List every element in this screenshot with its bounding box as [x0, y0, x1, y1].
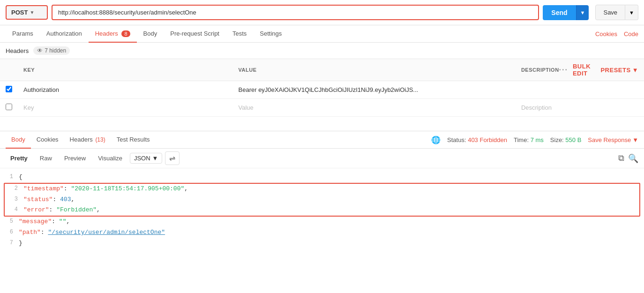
tab-body[interactable]: Body — [137, 25, 164, 43]
wrap-button[interactable]: ⇌ — [165, 151, 180, 165]
request-tabs: Params Authorization Headers 8 Body Pre-… — [0, 25, 644, 43]
json-format-select[interactable]: JSON ▼ — [130, 153, 163, 164]
th-checkbox — [0, 59, 18, 81]
code-line-1: 1 { — [0, 172, 644, 183]
send-button[interactable]: Send — [543, 5, 576, 20]
tab-tests[interactable]: Tests — [226, 25, 253, 43]
eye-icon: 👁 — [37, 47, 43, 54]
headers-section-header: Headers 👁 7 hidden — [0, 43, 644, 59]
highlighted-block: 2 "timestamp": "2020-11-18T15:54:17.905+… — [4, 183, 640, 217]
row-checkbox[interactable] — [6, 86, 12, 92]
format-bar: Pretty Raw Preview Visualize JSON ▼ ⇌ ⧉ … — [0, 149, 644, 168]
tab-prerequest[interactable]: Pre-request Script — [164, 25, 226, 43]
resp-tab-headers[interactable]: Headers (13) — [64, 131, 111, 149]
bulk-edit-button[interactable]: Bulk Edit — [573, 63, 596, 77]
cookies-link[interactable]: Cookies — [595, 30, 617, 38]
pretty-button[interactable]: Pretty — [6, 153, 32, 164]
resp-tab-test-results[interactable]: Test Results — [111, 131, 156, 149]
preview-button[interactable]: Preview — [60, 153, 90, 164]
method-select[interactable]: POST ▼ — [6, 5, 48, 20]
code-area: 1 { 2 "timestamp": "2020-11-18T15:54:17.… — [0, 168, 644, 253]
status-label: Status: 403 Forbidden — [447, 136, 507, 143]
save-dropdown-button[interactable]: ▼ — [625, 5, 638, 20]
more-options-icon[interactable]: ··· — [559, 66, 568, 74]
size-label: Size: 550 B — [550, 136, 582, 143]
tab-settings[interactable]: Settings — [253, 25, 288, 43]
method-chevron: ▼ — [30, 10, 34, 15]
tab-authorization[interactable]: Authorization — [40, 25, 89, 43]
row-checkbox-cell — [0, 81, 18, 99]
headers-badge: 8 — [121, 30, 130, 37]
row-value-cell: Bearer eyJ0eXAiOiJKV1QiLCJhbGciOiJIUzI1N… — [233, 81, 516, 99]
resp-tab-body[interactable]: Body — [6, 131, 31, 149]
visualize-button[interactable]: Visualize — [93, 153, 127, 164]
headers-section-title: Headers — [6, 47, 29, 54]
resp-headers-badge: (13) — [95, 136, 105, 143]
table-row: Authorization Bearer eyJ0eXAiOiJKV1QiLCJ… — [0, 81, 644, 99]
time-label: Time: 7 ms — [514, 136, 544, 143]
save-button[interactable]: Save — [595, 5, 625, 20]
code-line-5: 5 "message": "", — [0, 217, 644, 227]
tab-headers[interactable]: Headers 8 — [89, 25, 137, 43]
code-line-3: 3 "status": 403, — [5, 195, 639, 205]
raw-button[interactable]: Raw — [35, 153, 57, 164]
code-line-4: 4 "error": "Forbidden", — [5, 205, 639, 216]
th-value: VALUE — [233, 59, 516, 81]
th-key: KEY — [18, 59, 233, 81]
hidden-headers-badge[interactable]: 👁 7 hidden — [33, 46, 70, 55]
row-key-placeholder[interactable]: Key — [18, 99, 233, 117]
hidden-count: 7 hidden — [45, 47, 66, 54]
search-icon[interactable]: 🔍 — [628, 153, 638, 164]
presets-button[interactable]: Presets ▼ — [600, 67, 638, 74]
row-placeholder-checkbox-cell — [0, 99, 18, 117]
code-link[interactable]: Code — [624, 30, 638, 38]
time-value: 7 ms — [531, 136, 544, 143]
row-placeholder-checkbox[interactable] — [6, 104, 12, 110]
code-line-2: 2 "timestamp": "2020-11-18T15:54:17.905+… — [5, 184, 639, 195]
table-row-placeholder: Key Value Description — [0, 99, 644, 117]
row-key-cell: Authorization — [18, 81, 233, 99]
th-description: DESCRIPTION ··· Bulk Edit Presets ▼ — [516, 59, 644, 81]
url-value: http://localhost:8888/security/user/admi… — [58, 9, 196, 16]
row-value-placeholder[interactable]: Value — [233, 99, 516, 117]
resp-tab-cookies[interactable]: Cookies — [31, 131, 64, 149]
send-dropdown-button[interactable]: ▼ — [576, 5, 589, 20]
response-tabs: Body Cookies Headers (13) Test Results 🌐… — [0, 131, 644, 149]
save-response-button[interactable]: Save Response ▼ — [588, 136, 638, 143]
size-value: 550 B — [565, 136, 581, 143]
tab-params[interactable]: Params — [6, 25, 40, 43]
status-value: 403 Forbidden — [468, 136, 507, 143]
row-desc-placeholder[interactable]: Description — [516, 99, 644, 117]
copy-icon[interactable]: ⧉ — [618, 153, 624, 164]
globe-icon: 🌐 — [431, 135, 441, 144]
headers-table: KEY VALUE DESCRIPTION ··· Bulk Edit Pres… — [0, 59, 644, 117]
url-input[interactable]: http://localhost:8888/security/user/admi… — [52, 5, 539, 20]
row-desc-cell — [516, 81, 644, 99]
method-label: POST — [11, 9, 28, 16]
code-line-7: 7 } — [0, 238, 644, 249]
code-line-6: 6 "path": "/security/user/admin/selectOn… — [0, 227, 644, 238]
